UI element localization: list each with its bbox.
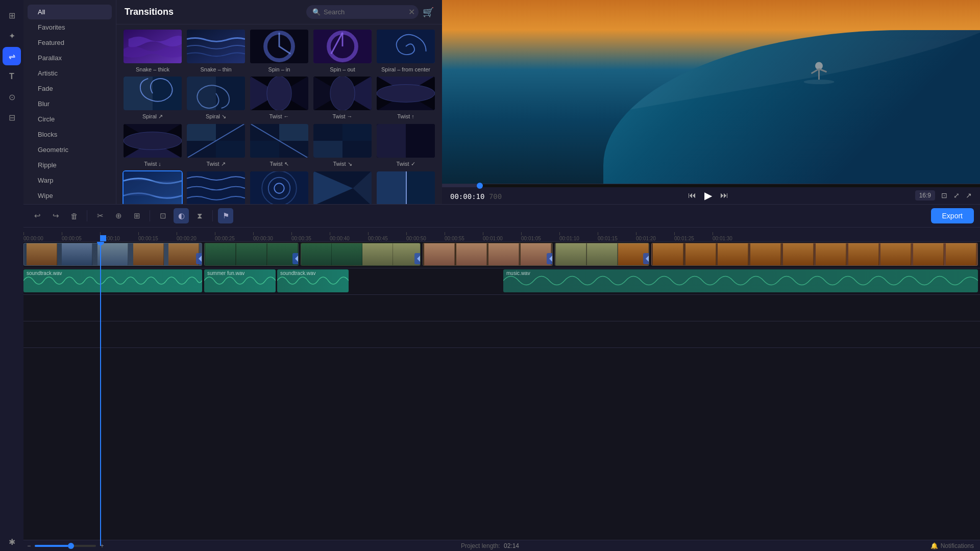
sep2 (150, 210, 150, 221)
cat-blur[interactable]: Blur (28, 96, 112, 111)
settings-btn[interactable]: ✱ (3, 533, 21, 551)
transition-twist-left[interactable]: Twist ← (249, 76, 309, 120)
audio-clip-4[interactable]: music.wav (503, 269, 978, 292)
cat-wipe[interactable]: Wipe (28, 188, 112, 203)
transition-wipe-right[interactable]: Wipe → (376, 170, 436, 204)
tracks-container: soundtrack.wav summer fun.wav (23, 242, 980, 546)
play-btn[interactable]: ▶ (704, 189, 712, 202)
clip-outdoor[interactable] (555, 243, 649, 266)
scale-minus[interactable]: − (27, 542, 31, 549)
transition-warp-from-center[interactable]: Warp – from center (249, 170, 309, 204)
effects-btn[interactable]: ✦ (3, 27, 21, 45)
audio-clip-3[interactable]: soundtrack.wav (277, 269, 349, 292)
search-input[interactable] (324, 8, 405, 16)
transitions-grid: Snake – thick Snake – thin Spin – in (116, 24, 442, 204)
speed-btn[interactable]: ⧗ (192, 208, 207, 223)
cat-geometric[interactable]: Geometric (28, 142, 112, 157)
cat-featured[interactable]: Featured (28, 35, 112, 50)
svg-marker-40 (406, 123, 435, 158)
cat-blocks[interactable]: Blocks (28, 127, 112, 142)
transition-spin-out[interactable]: Spin – out (312, 29, 373, 72)
media-btn[interactable]: ⊞ (3, 6, 21, 24)
cart-icon[interactable]: 🛒 (423, 7, 434, 18)
cat-favorites[interactable]: Favorites (28, 20, 112, 35)
clip-animals[interactable] (204, 243, 299, 266)
cat-artistic[interactable]: Artistic (28, 66, 112, 81)
template-btn[interactable]: ⊟ (3, 108, 21, 127)
transition-twist-se[interactable]: Twist ↘ (312, 123, 373, 167)
clip-surf[interactable] (23, 243, 202, 266)
search-bar[interactable]: 🔍 ✕ (306, 5, 419, 19)
aspect-ratio[interactable]: 16:9 (915, 190, 935, 201)
transition-spiral-down[interactable]: Spiral ↘ (186, 76, 246, 120)
export-button[interactable]: Export (931, 208, 974, 223)
cat-fade[interactable]: Fade (28, 81, 112, 96)
cat-parallax[interactable]: Parallax (28, 51, 112, 65)
transition-twist-down-1[interactable]: Twist ↓ (122, 123, 183, 167)
svg-point-16 (267, 76, 291, 111)
transition-twist-sw[interactable]: Twist ✓ (376, 123, 436, 167)
external-icon[interactable]: ↗ (966, 191, 972, 199)
clip-sunset[interactable] (651, 243, 978, 266)
audio-clip-2[interactable]: summer fun.wav (204, 269, 276, 292)
fullscreen-icon[interactable]: ⤢ (953, 191, 960, 199)
copy-btn[interactable]: ⊕ (111, 208, 126, 223)
cat-warp[interactable]: Warp (28, 173, 112, 188)
notifications-area[interactable]: 🔔 Notifications (930, 542, 974, 549)
transition-spiral-up[interactable]: Spiral ↗ (122, 76, 183, 120)
trans-marker-2[interactable] (292, 253, 299, 264)
scale-plus[interactable]: + (100, 542, 104, 549)
transitions-btn[interactable]: ⇌ (3, 47, 21, 65)
fit-icon[interactable]: ⊡ (941, 191, 947, 199)
right-controls: 16:9 ⊡ ⤢ ↗ (915, 190, 972, 201)
clear-search-icon[interactable]: ✕ (408, 7, 415, 17)
crop-btn[interactable]: ⊡ (155, 208, 170, 223)
bell-icon: 🔔 (930, 542, 938, 549)
cat-ripple[interactable]: Ripple (28, 158, 112, 172)
clip-forest[interactable] (301, 243, 421, 266)
cut-btn[interactable]: ✂ (92, 208, 108, 223)
transition-spin-in[interactable]: Spin – in (249, 29, 309, 72)
svg-rect-43 (187, 171, 245, 204)
svg-rect-8 (124, 76, 153, 111)
flag-btn[interactable]: ⚑ (218, 208, 233, 223)
trans-marker-4[interactable] (547, 253, 553, 264)
trans-marker-1[interactable] (196, 253, 202, 264)
transition-spiral-from-center[interactable]: Spiral – from center (376, 29, 436, 72)
color-btn[interactable]: ◐ (174, 208, 189, 223)
text-btn[interactable]: T (3, 67, 21, 86)
scrubber-handle[interactable] (477, 183, 483, 189)
trans-marker-3[interactable] (414, 253, 421, 264)
undo-btn[interactable]: ↩ (30, 208, 45, 223)
trans-marker-5[interactable] (643, 253, 649, 264)
transitions-panel: All Favorites Featured Parallax Artistic… (23, 0, 442, 204)
waveform-1 (23, 269, 202, 292)
transition-warp-3-waves[interactable]: Warp – 3 waves ↗ (186, 170, 246, 204)
video-track (23, 242, 980, 268)
transition-twist-up[interactable]: Twist ↑ (376, 76, 436, 120)
transition-wipe-triangle[interactable]: Wipe – triangle (312, 170, 373, 204)
svg-marker-63 (549, 256, 553, 262)
redo-btn[interactable]: ↪ (48, 208, 63, 223)
svg-point-57 (815, 62, 823, 70)
transition-warp-2-waves[interactable]: Warp – 2 waves ✓ (122, 170, 183, 204)
audio-clip-1[interactable]: soundtrack.wav (23, 269, 202, 292)
transition-snake-thin[interactable]: Snake – thin (186, 29, 246, 72)
transition-snake-thick[interactable]: Snake – thick (122, 29, 183, 72)
paste-btn[interactable]: ⊞ (129, 208, 144, 223)
cat-circle[interactable]: Circle (28, 112, 112, 127)
prev-btn[interactable]: ⏮ (688, 191, 696, 200)
transitions-header: Transitions 🔍 ✕ 🛒 (116, 0, 442, 24)
scale-slider[interactable] (35, 545, 96, 547)
clip-party[interactable] (423, 243, 553, 266)
svg-marker-62 (417, 256, 421, 262)
transition-twist-nw[interactable]: Twist ↖ (249, 123, 309, 167)
transition-twist-right[interactable]: Twist → (312, 76, 373, 120)
time-btn[interactable]: ⊙ (3, 88, 21, 106)
delete-btn[interactable]: 🗑 (66, 208, 82, 223)
next-btn[interactable]: ⏭ (720, 191, 728, 200)
sep3 (212, 210, 213, 221)
transition-twist-ne[interactable]: Twist ↗ (186, 123, 246, 167)
cat-all[interactable]: All (28, 5, 112, 19)
scale-bar: Scale: − + Project length: 02:14 🔔 Notif… (0, 540, 980, 551)
